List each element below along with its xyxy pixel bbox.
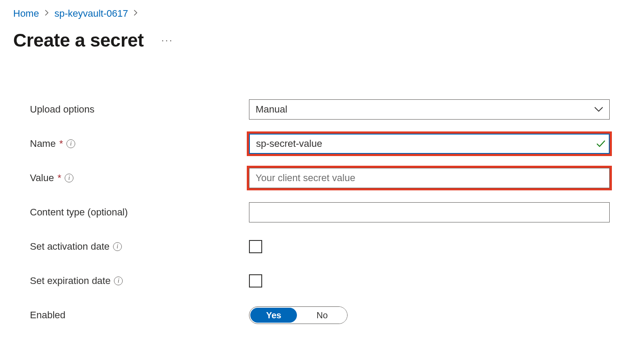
value-input[interactable] — [249, 168, 610, 188]
upload-options-label: Upload options — [30, 104, 95, 115]
activation-date-checkbox[interactable] — [249, 240, 262, 253]
required-indicator: * — [59, 138, 63, 149]
row-upload-options: Upload options — [30, 99, 631, 120]
chevron-right-icon — [133, 9, 138, 18]
upload-options-select[interactable] — [249, 99, 610, 120]
row-value: Value * i — [30, 168, 631, 188]
enabled-no-button[interactable]: No — [297, 307, 347, 324]
name-label: Name — [30, 138, 56, 149]
breadcrumb: Home sp-keyvault-0617 — [13, 8, 631, 19]
page-header: Create a secret ··· — [13, 30, 631, 51]
info-icon[interactable]: i — [113, 242, 122, 251]
required-indicator: * — [58, 172, 62, 184]
more-icon[interactable]: ··· — [161, 36, 173, 45]
row-content-type: Content type (optional) — [30, 202, 631, 222]
content-type-input[interactable] — [249, 202, 610, 222]
content-type-label: Content type (optional) — [30, 207, 128, 218]
activation-date-label: Set activation date — [30, 241, 110, 252]
chevron-right-icon — [44, 9, 49, 18]
breadcrumb-resource-link[interactable]: sp-keyvault-0617 — [55, 8, 128, 19]
info-icon[interactable]: i — [114, 277, 123, 285]
row-enabled: Enabled Yes No — [30, 305, 631, 325]
row-expiration-date: Set expiration date i — [30, 271, 631, 291]
value-label: Value — [30, 172, 54, 184]
info-icon[interactable]: i — [66, 139, 75, 148]
breadcrumb-home-link[interactable]: Home — [13, 8, 39, 19]
expiration-date-label: Set expiration date — [30, 275, 110, 287]
enabled-yes-button[interactable]: Yes — [250, 308, 297, 323]
row-name: Name * i — [30, 134, 631, 154]
create-secret-form: Upload options Name * i Value * i — [13, 99, 631, 325]
name-input[interactable] — [249, 134, 610, 154]
enabled-toggle: Yes No — [249, 306, 348, 324]
info-icon[interactable]: i — [65, 174, 73, 182]
row-activation-date: Set activation date i — [30, 237, 631, 257]
expiration-date-checkbox[interactable] — [249, 274, 262, 288]
page-title: Create a secret — [13, 30, 144, 51]
enabled-label: Enabled — [30, 309, 66, 321]
